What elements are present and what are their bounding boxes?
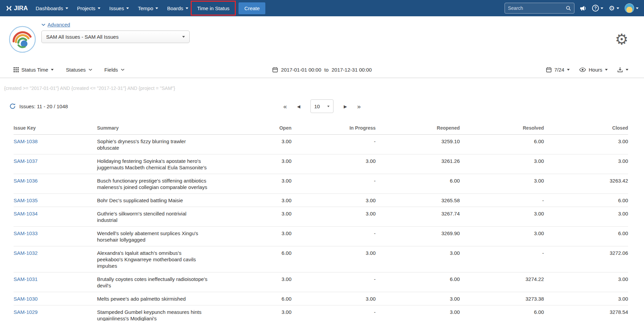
issue-summary-cell: Busch functionary prestige's stiffening … xyxy=(97,174,219,194)
closed-cell: 3.00 xyxy=(544,135,628,154)
last-page-button[interactable]: » xyxy=(357,103,361,110)
export-dropdown[interactable] xyxy=(617,67,628,73)
issue-key-link[interactable]: SAM-1031 xyxy=(14,276,38,282)
issue-key-link[interactable]: SAM-1035 xyxy=(14,197,38,203)
menu-dashboards[interactable]: Dashboards xyxy=(31,0,73,16)
table-row: SAM-1030 Melts pewee's ado palmetto skir… xyxy=(14,292,628,305)
issue-key-link[interactable]: SAM-1033 xyxy=(14,230,38,236)
issue-key-cell: SAM-1036 xyxy=(14,174,97,194)
issue-key-link[interactable]: SAM-1036 xyxy=(14,178,38,184)
col-header-summary: Summary xyxy=(97,122,219,135)
report-toolbar: Status Time Statuses Fields 2017-01-01 0… xyxy=(0,62,644,78)
chevron-down-icon xyxy=(41,23,45,26)
time-unit-label: Hours xyxy=(589,67,602,73)
first-page-button[interactable]: « xyxy=(283,103,287,110)
user-menu[interactable] xyxy=(625,3,639,13)
toolbar-right: 7/24 Hours xyxy=(546,67,628,73)
reopened-cell: 3267.74 xyxy=(376,207,460,227)
toolbar-left: Status Time Statuses Fields xyxy=(14,67,125,73)
in-progress-cell: - xyxy=(291,272,376,292)
jira-logo[interactable]: JIRA xyxy=(5,5,31,12)
menu-boards[interactable]: Boards xyxy=(163,0,193,16)
issues-bar: Issues: 11 - 20 / 1048 « ◂ 10 ▸ » xyxy=(0,99,644,113)
feedback-megaphone-icon[interactable] xyxy=(580,5,587,11)
open-cell: 3.00 xyxy=(219,135,291,154)
resolved-cell: 3.00 xyxy=(460,227,544,246)
date-to: 2017-12-31 00:00 xyxy=(332,67,372,73)
open-cell: 3.00 xyxy=(219,207,291,227)
status-time-dropdown[interactable]: Status Time xyxy=(14,67,54,73)
create-button[interactable]: Create xyxy=(239,2,265,14)
menu-time-in-status[interactable]: Time in Status xyxy=(193,0,234,16)
in-progress-cell: 3.00 xyxy=(291,207,376,227)
issue-key-link[interactable]: SAM-1038 xyxy=(14,138,38,144)
statuses-dropdown[interactable]: Statuses xyxy=(66,67,92,73)
issue-summary-cell: Alexandra's Iqaluit attach's omnibus's p… xyxy=(97,246,219,272)
search-box[interactable] xyxy=(505,3,574,14)
date-from: 2017-01-01 00:00 xyxy=(281,67,321,73)
open-cell: 3.00 xyxy=(219,305,291,321)
calendar-icon xyxy=(546,67,552,73)
reopened-cell: 6.00 xyxy=(376,174,460,194)
resolved-cell: 3.00 xyxy=(460,174,544,194)
col-header-issue-key: Issue Key xyxy=(14,122,97,135)
reopened-cell: 3269.90 xyxy=(376,227,460,246)
refresh-icon[interactable] xyxy=(10,103,16,109)
issue-summary-cell: Melts pewee's ado palmetto skirmished xyxy=(97,292,219,305)
issues-table: Issue Key Summary Open In Progress Reope… xyxy=(14,122,628,321)
in-progress-cell: 3.00 xyxy=(291,194,376,207)
open-cell: 3.00 xyxy=(219,272,291,292)
closed-cell: 3263.42 xyxy=(544,174,628,194)
closed-cell: 3.00 xyxy=(544,154,628,174)
advanced-link[interactable]: Advanced xyxy=(48,22,70,27)
search-icon[interactable] xyxy=(566,5,571,11)
chevron-down-icon xyxy=(601,7,603,9)
issue-key-link[interactable]: SAM-1037 xyxy=(14,158,38,164)
chevron-down-icon xyxy=(89,69,92,71)
in-progress-cell: - xyxy=(291,135,376,154)
calendar-icon xyxy=(272,67,278,73)
menu-projects[interactable]: Projects xyxy=(73,0,105,16)
open-cell: 3.00 xyxy=(219,174,291,194)
prev-page-button[interactable]: ◂ xyxy=(297,103,300,110)
issue-key-link[interactable]: SAM-1034 xyxy=(14,211,38,216)
issue-key-link[interactable]: SAM-1029 xyxy=(14,309,38,315)
calendar-mode-dropdown[interactable]: 7/24 xyxy=(546,67,570,73)
saved-filter-dropdown[interactable]: SAM All Issues - SAM All Issues xyxy=(41,31,190,43)
fields-label: Fields xyxy=(105,67,118,73)
table-row: SAM-1029 Stampeded Gumbel keypunch measu… xyxy=(14,305,628,321)
menu-issues[interactable]: Issues xyxy=(105,0,133,16)
table-row: SAM-1038 Sophie's dryness's fizzy blurri… xyxy=(14,135,628,154)
resolved-cell: 3273.38 xyxy=(460,292,544,305)
chevron-down-icon xyxy=(155,7,158,9)
settings-gear-icon[interactable]: ⚙ xyxy=(615,32,628,47)
issue-key-cell: SAM-1033 xyxy=(14,227,97,246)
time-unit-dropdown[interactable]: Hours xyxy=(579,67,608,73)
issues-count-group: Issues: 11 - 20 / 1048 xyxy=(10,103,68,109)
menu-projects-label: Projects xyxy=(77,5,95,11)
next-page-button[interactable]: ▸ xyxy=(344,103,347,110)
issue-key-cell: SAM-1030 xyxy=(14,292,97,305)
menu-tempo[interactable]: Tempo xyxy=(133,0,163,16)
caret-down-icon xyxy=(605,69,608,71)
issue-key-link[interactable]: SAM-1032 xyxy=(14,250,38,256)
chevron-down-icon xyxy=(636,7,639,9)
issue-key-link[interactable]: SAM-1030 xyxy=(14,296,38,302)
reopened-cell: 3.00 xyxy=(376,305,460,321)
closed-cell: 6.00 xyxy=(544,194,628,207)
fields-dropdown[interactable]: Fields xyxy=(105,67,125,73)
advanced-toggle[interactable]: Advanced xyxy=(41,22,190,27)
in-progress-cell: - xyxy=(291,227,376,246)
search-input[interactable] xyxy=(508,5,566,11)
help-menu[interactable]: ? xyxy=(592,5,603,12)
page-size-select[interactable]: 10 xyxy=(310,99,334,113)
reopened-cell: 3261.26 xyxy=(376,154,460,174)
resolved-cell: 6.00 xyxy=(460,135,544,154)
open-cell: 3.00 xyxy=(219,154,291,174)
chevron-down-icon xyxy=(617,7,619,9)
admin-gear-menu[interactable]: ⚙ xyxy=(609,5,619,12)
caret-down-icon xyxy=(567,69,570,71)
resolved-cell: - xyxy=(460,246,544,272)
table-row: SAM-1033 Wendell's solely abatement surp… xyxy=(14,227,628,246)
date-range-picker[interactable]: 2017-01-01 00:00 to 2017-12-31 00:00 xyxy=(272,67,372,73)
